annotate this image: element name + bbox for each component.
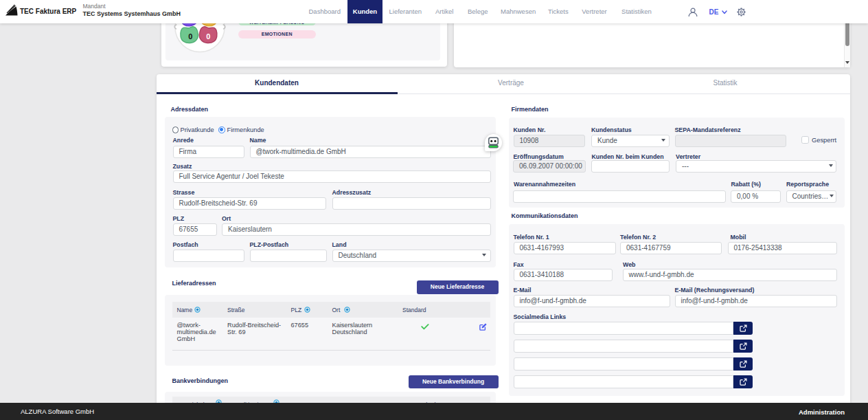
svg-text:0: 0 xyxy=(188,32,192,41)
svg-text:0: 0 xyxy=(206,32,210,41)
